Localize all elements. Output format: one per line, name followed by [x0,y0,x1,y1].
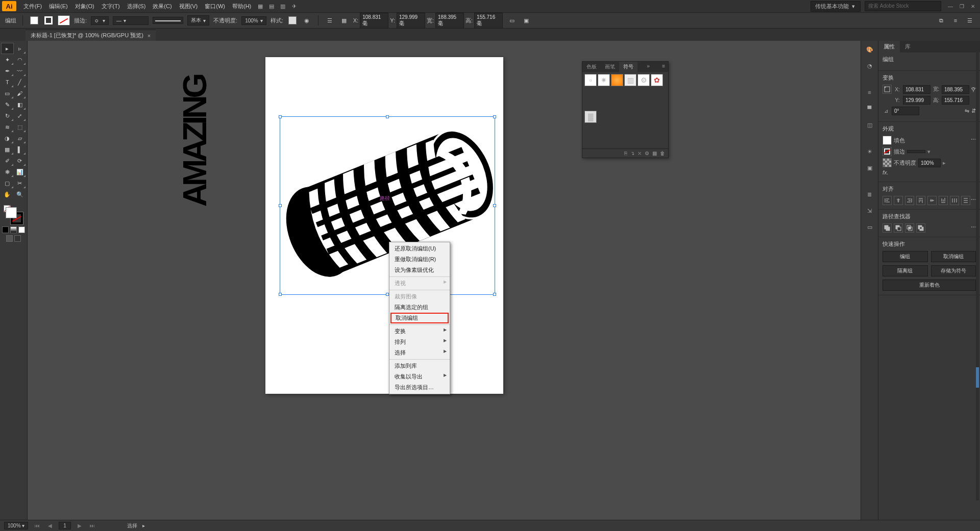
panel-collapse-icon[interactable]: » [644,62,653,72]
transform-panel-icon[interactable]: ▦ [339,15,349,26]
ctx-ungroup[interactable]: 取消编组 [390,313,449,323]
stock-search[interactable]: 搜索 Adobe Stock [865,1,941,11]
ctx-transform[interactable]: 变换 [389,326,450,337]
dock-gradient-icon[interactable]: ▀ [864,103,875,114]
shaper-tool[interactable]: ✎ [1,99,14,110]
align-bottom-icon[interactable] [939,196,948,205]
magic-wand-tool[interactable]: ✦ [1,54,14,65]
flip-h-icon[interactable]: ⇋ [965,108,969,114]
color-mode-solid[interactable] [2,226,9,233]
menu-effect[interactable]: 效果(C) [150,2,175,11]
dock-graphic-styles-icon[interactable]: ▣ [864,162,875,173]
no-fill-swatch[interactable] [58,15,70,26]
ctx-collect-export[interactable]: 收集以导出 [389,371,450,382]
panel-tab-symbols[interactable]: 符号 [619,62,638,72]
symbol-sprayer-tool[interactable]: ❋ [1,166,14,178]
artboard-next-icon[interactable]: ▶ [76,523,83,528]
shape-mode-icon[interactable]: ▭ [507,15,517,26]
prop-angle[interactable]: 0° [892,107,919,115]
pen-tool[interactable]: ✒ [1,65,14,77]
ctx-select[interactable]: 选择 [389,347,450,358]
screen-mode-full[interactable] [14,235,21,242]
prop-h[interactable]: 155.716 [942,96,969,105]
toolbar-icon-grid[interactable]: ▥ [278,2,288,11]
panel-tab-brushes[interactable]: 画笔 [601,62,619,72]
ctx-export-sel[interactable]: 导出所选项目… [389,382,450,393]
zoom-field[interactable]: 100% ▾ [4,522,28,529]
menu-view[interactable]: 视图(V) [176,2,201,11]
selection-bounding-box[interactable] [280,116,495,295]
menu-type[interactable]: 文字(T) [99,2,123,11]
ctx-add-lib[interactable]: 添加到库 [389,361,450,371]
menu-window[interactable]: 窗口(W) [202,2,228,11]
x-field[interactable]: 108.831 毫 [360,13,388,29]
fill-color-icon[interactable] [883,136,892,145]
fx-label[interactable]: fx. [883,169,889,175]
distribute-v-icon[interactable] [961,196,970,205]
dock-appearance-icon[interactable]: ☀ [864,146,875,157]
toolbar-icon-send[interactable]: ✈ [289,2,299,11]
brush-def[interactable] [153,17,183,24]
qa-recolor[interactable]: 重新着色 [883,280,976,291]
qa-ungroup[interactable]: 取消编组 [931,251,976,262]
screen-mode-normal[interactable] [6,235,13,242]
paintbrush-tool[interactable]: 🖌 [14,88,27,99]
qa-isolate[interactable]: 隔离组 [883,265,928,276]
pf-unite-icon[interactable] [883,223,892,233]
opacity-icon[interactable] [883,158,892,167]
ctx-isolate[interactable]: 隔离选定的组 [389,302,450,313]
delete-symbol-icon[interactable]: 🗑 [660,150,665,156]
workspace-switcher[interactable]: 传统基本功能▾ [811,1,861,12]
dock-transparency-icon[interactable]: ◫ [864,119,875,131]
symbol-thumb[interactable]: ▥ [624,74,636,86]
symbol-thumb[interactable]: ⚙ [638,74,650,86]
color-mode-gradient[interactable] [10,226,17,233]
prop-x[interactable]: 108.831 [903,85,930,94]
stroke-weight-field[interactable] [907,150,925,153]
artboard-first-icon[interactable]: ⏮ [33,523,41,528]
width-tool[interactable]: ≋ [1,121,14,133]
new-symbol-icon[interactable]: ▦ [652,150,657,156]
symbol-thumb[interactable] [611,74,623,86]
dock-layers-icon[interactable]: ≣ [864,189,875,200]
panel-menu-icon[interactable]: ≡ [659,62,668,72]
pf-intersect-icon[interactable] [905,223,914,233]
dock-color-guide-icon[interactable]: ◔ [864,60,875,71]
menu-object[interactable]: 对象(O) [72,2,97,11]
h-field[interactable]: 155.716 毫 [474,13,503,29]
qa-save-symbol[interactable]: 存储为符号 [931,265,976,276]
mesh-tool[interactable]: ▦ [1,144,14,155]
prop-w[interactable]: 188.395 [942,85,969,94]
free-transform-tool[interactable]: ⬚ [14,121,27,133]
artboard-last-icon[interactable]: ⏭ [88,523,96,528]
align-top-icon[interactable] [916,196,925,205]
distribute-h-icon[interactable] [950,196,959,205]
lasso-tool[interactable]: ◠ [14,54,27,65]
artboard-tool[interactable]: ▢ [1,178,14,189]
toolbar-icon-at[interactable]: ▦ [255,2,265,11]
curvature-tool[interactable]: 〰 [14,65,27,77]
shape-builder-tool[interactable]: ◑ [1,133,14,144]
gradient-tool[interactable]: ▌ [14,144,27,155]
slice-tool[interactable]: ✂ [14,178,27,189]
menu-edit[interactable]: 编辑(E) [46,2,71,11]
rectangle-tool[interactable]: ▭ [1,88,14,99]
align-left-icon[interactable] [883,196,892,205]
window-close-icon[interactable]: ✕ [968,2,978,10]
pf-exclude-icon[interactable] [916,223,925,233]
opacity-field-prop[interactable]: 100% [918,159,941,167]
prop-y[interactable]: 129.999 [903,96,930,105]
dock-color-icon[interactable]: 🎨 [864,44,875,55]
window-min-icon[interactable]: — [945,2,955,10]
symbol-thumb[interactable]: ▫ [584,74,597,86]
isolate-icon[interactable]: ▣ [521,15,531,26]
dock-asset-export-icon[interactable]: ⇲ [864,205,875,216]
brush-preset[interactable]: 基本▾ [187,15,209,26]
libraries-tab[interactable]: 库 [900,41,916,53]
symbol-options-icon[interactable]: ⚙ [645,150,649,156]
toolbar-icon-arrange[interactable]: ▤ [266,2,277,11]
document-tab[interactable]: 未标题-1 [已恢复]* @ 100% (RGB/GPU 预览) × [26,30,156,41]
fill-swatch[interactable] [29,15,39,26]
ctx-pixel-perfect[interactable]: 设为像素级优化 [389,265,450,275]
stroke-swatch[interactable] [43,15,54,26]
